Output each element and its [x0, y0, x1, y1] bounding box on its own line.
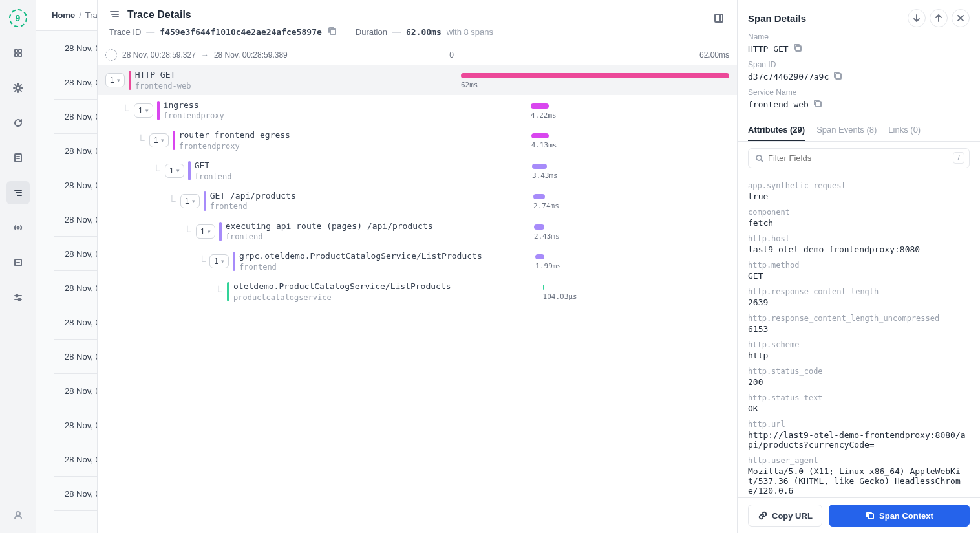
duration-label: Duration	[356, 27, 387, 37]
attribute-key: http.scheme	[748, 340, 970, 349]
attr-filter-input[interactable]	[748, 148, 970, 168]
span-row[interactable]: 1HTTP GETfrontend-web62ms	[98, 65, 737, 96]
span-name: ingress	[164, 100, 224, 111]
attribute-row: http.urlhttp://last9-otel-demo-frontendp…	[748, 420, 970, 450]
attribute-value: 2639	[748, 298, 970, 307]
span-service: frontendproxy	[164, 111, 224, 121]
span-name: GET /api/products	[210, 190, 296, 202]
next-span-button[interactable]	[930, 9, 948, 27]
span-duration-bar	[533, 194, 545, 199]
svg-rect-1	[19, 50, 21, 52]
service-color-bar	[233, 252, 235, 271]
span-service: frontendproxy	[179, 141, 290, 151]
copy-icon	[327, 26, 337, 36]
clock-icon	[105, 49, 117, 61]
copy-span-id-button[interactable]	[833, 71, 843, 83]
tab-span-events[interactable]: Span Events (8)	[816, 120, 877, 141]
brand-logo[interactable]: 9	[9, 9, 27, 27]
trace-id-label: Trace ID	[109, 27, 141, 37]
svg-rect-25	[796, 46, 801, 51]
span-row[interactable]: └1router frontend egressfrontendproxy4.1…	[98, 125, 737, 156]
attribute-value: GET	[748, 271, 970, 281]
copy-trace-id-button[interactable]	[327, 26, 337, 38]
svg-point-11	[17, 227, 19, 229]
timeline-ruler: 28 Nov, 00:28:59.327 → 28 Nov, 00:28:59.…	[98, 45, 737, 65]
service-color-bar	[129, 71, 131, 90]
tree-connector-icon: └	[167, 195, 176, 207]
span-duration-bar	[461, 73, 729, 78]
attribute-row: http.user_agentMozilla/5.0 (X11; Linux x…	[748, 456, 970, 495]
span-id-value: d37c744629077a9c	[748, 72, 829, 82]
nav-logs[interactable]	[6, 146, 30, 169]
attribute-key: http.method	[748, 261, 970, 270]
span-context-button[interactable]: Span Context	[829, 505, 970, 527]
span-row[interactable]: └1GETfrontend3.43ms	[98, 156, 737, 186]
sliders-icon	[13, 292, 23, 303]
span-duration-bar	[531, 133, 549, 138]
nav-filters[interactable]	[6, 286, 30, 309]
attribute-row: app.synthetic_requesttrue	[748, 181, 970, 201]
tab-links[interactable]: Links (0)	[888, 120, 921, 141]
span-children-toggle[interactable]: 1	[165, 164, 184, 178]
span-name: executing api route (pages) /api/product…	[226, 221, 433, 232]
span-children-toggle[interactable]: 1	[196, 224, 215, 239]
span-row[interactable]: └oteldemo.ProductCatalogService/ListProd…	[98, 277, 737, 307]
attribute-value: Mozilla/5.0 (X11; Linux x86_64) AppleWeb…	[748, 466, 970, 495]
attribute-key: http.status_text	[748, 393, 970, 402]
attribute-value: true	[748, 191, 970, 201]
service-color-bar	[173, 131, 175, 150]
span-row[interactable]: └1grpc.oteldemo.ProductCatalogService/Li…	[98, 246, 737, 277]
attribute-value: http://last9-otel-demo-frontendproxy:808…	[748, 430, 970, 450]
span-context-label: Span Context	[879, 511, 933, 521]
span-duration-text: 4.22ms	[531, 111, 557, 120]
attribute-row: http.status_code200	[748, 367, 970, 387]
span-children-toggle[interactable]: 1	[149, 133, 169, 147]
nav-refresh[interactable]	[6, 111, 30, 135]
span-row[interactable]: └1executing api route (pages) /api/produ…	[98, 217, 737, 247]
breadcrumb-next: Tra	[85, 10, 98, 20]
attribute-row: http.response_content_length2639	[748, 287, 970, 307]
span-name: HTTP GET	[135, 69, 191, 81]
svg-rect-2	[15, 54, 17, 56]
attribute-row: http.hostlast9-otel-demo-frontendproxy:8…	[748, 234, 970, 254]
attribute-key: http.response_content_length_uncompresse…	[748, 314, 970, 323]
attribute-value: fetch	[748, 218, 970, 228]
span-name: router frontend egress	[179, 129, 290, 141]
collapse-panel-button[interactable]	[710, 9, 728, 27]
attribute-key: http.url	[748, 420, 970, 429]
span-duration-text: 4.13ms	[531, 141, 557, 149]
nav-dashboards[interactable]	[6, 41, 30, 65]
span-row[interactable]: └1ingressfrontendproxy4.22ms	[98, 96, 737, 126]
span-children-toggle[interactable]: 1	[209, 254, 229, 268]
attribute-key: http.user_agent	[748, 456, 970, 465]
nav-account[interactable]	[6, 503, 30, 527]
nav-archive[interactable]	[6, 251, 30, 274]
service-color-bar	[188, 161, 191, 180]
nav-traces[interactable]	[6, 181, 30, 204]
copy-service-button[interactable]	[813, 98, 823, 111]
tab-attributes[interactable]: Attributes (29)	[748, 120, 805, 141]
span-name-label: Name	[748, 32, 970, 41]
search-icon	[754, 153, 765, 166]
nav-live[interactable]	[6, 216, 30, 239]
svg-point-4	[16, 86, 20, 90]
copy-span-name-button[interactable]	[793, 43, 803, 55]
copy-url-button[interactable]: Copy URL	[748, 505, 822, 527]
attribute-row: http.schemehttp	[748, 340, 970, 360]
grid-icon	[13, 48, 23, 58]
span-children-toggle[interactable]: 1	[134, 103, 153, 118]
tree-connector-icon: └	[214, 286, 223, 298]
spans-tree: 1HTTP GETfrontend-web62ms└1ingressfronte…	[98, 65, 737, 533]
span-children-toggle[interactable]: 1	[105, 73, 125, 87]
service-name-value: frontend-web	[748, 100, 809, 109]
span-duration-text: 62ms	[461, 81, 478, 89]
close-details-button[interactable]	[952, 9, 970, 27]
breadcrumb-home[interactable]: Home	[52, 10, 75, 20]
nav-settings[interactable]	[6, 76, 30, 100]
prev-span-button[interactable]	[908, 9, 926, 27]
span-row[interactable]: └1GET /api/productsfrontend2.74ms	[98, 186, 737, 217]
span-details-panel: Span Details Name HTTP GET Span ID d37c7…	[737, 0, 980, 533]
span-children-toggle[interactable]: 1	[180, 194, 200, 208]
span-service: productcatalogservice	[233, 292, 451, 303]
service-color-bar	[227, 282, 229, 301]
